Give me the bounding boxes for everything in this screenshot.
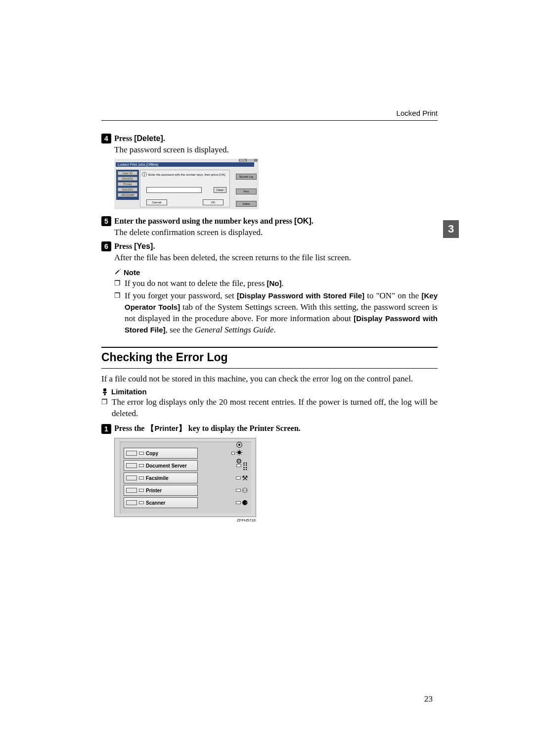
step-number-badge: 4 xyxy=(101,134,111,143)
ss-sidebar: User ID SALES1 Printer SALES1 ABCD### xyxy=(116,170,139,200)
note-item: ❐ If you forget your password, set [Disp… xyxy=(114,290,438,336)
svg-rect-1 xyxy=(103,392,107,393)
ss-tab xyxy=(254,159,258,162)
ss-ok-button: OK xyxy=(203,199,223,205)
step-number-badge: 1 xyxy=(101,424,111,434)
panel-button-label: Copy xyxy=(146,451,158,456)
panel-row: Document Server ⣿ xyxy=(124,460,248,471)
yes-bracket: [Yes] xyxy=(134,242,153,250)
step-title-text: Press the xyxy=(114,424,146,432)
note-text: If you forget your password, set xyxy=(125,291,237,300)
password-screen-figure: PCL Locked Print Jobs (Offline) User ID … xyxy=(114,159,259,209)
note-text: . xyxy=(274,325,276,334)
scanner-button: Scanner xyxy=(124,497,198,508)
step-body: The password screen is displayed. xyxy=(114,144,438,156)
running-header: Locked Print xyxy=(101,109,438,120)
key-slot-icon xyxy=(126,451,137,456)
step-title-text: Press xyxy=(114,242,134,250)
ss-side-button: User ID xyxy=(118,171,137,175)
led-icon xyxy=(139,464,144,467)
led-icon xyxy=(139,452,144,455)
ss-clear-button: Clear xyxy=(214,187,226,193)
step-body: After the file has been deleted, the scr… xyxy=(114,252,438,264)
key-bracket-close: 】 xyxy=(178,424,186,432)
chapter-tab: 3 xyxy=(443,220,459,238)
note-text: , see the xyxy=(166,325,195,334)
ok-bracket: [OK] xyxy=(294,217,312,225)
ss-side-button: SALES1 xyxy=(118,177,137,181)
note-heading: Note xyxy=(114,268,438,277)
limitation-heading: Limitation xyxy=(101,387,438,396)
section-intro: If a file could not be stored in this ma… xyxy=(101,374,438,385)
panel-row: Facsimile ⚒ xyxy=(124,472,248,483)
led-icon xyxy=(139,489,144,492)
step-number-badge: 5 xyxy=(101,216,111,226)
panel-button-label: Scanner xyxy=(146,500,165,506)
note-text: to "ON" on the xyxy=(364,291,422,300)
status-icons: ⣿ xyxy=(231,461,248,471)
status-icons: ⚈ xyxy=(231,498,248,508)
limitation-text: The error log displays only the 20 most … xyxy=(112,397,438,420)
pencil-icon xyxy=(114,268,122,277)
panel-button-label: Facsimile xyxy=(146,475,169,481)
status-icons: ⚒ xyxy=(231,473,248,483)
note-item: ❐ If you do not want to delete the file,… xyxy=(114,278,438,289)
step-title-suffix: . xyxy=(153,242,155,250)
status-icons: ⦿☀⚙ xyxy=(231,448,248,458)
panel-button-label: Printer xyxy=(146,488,162,493)
section-rule-thin xyxy=(101,368,438,369)
step-5: 5 Enter the password using the number ke… xyxy=(101,216,438,238)
note-bullet-icon: ❐ xyxy=(101,397,108,420)
step-title-text: Enter the password using the number keys… xyxy=(114,217,294,225)
panel-button-label: Document Server xyxy=(146,463,187,469)
step-number-badge: 6 xyxy=(101,241,111,251)
no-bracket: [No] xyxy=(267,279,282,287)
step-title: Press [Yes]. xyxy=(114,242,155,251)
svg-point-0 xyxy=(103,388,106,391)
step-1: 1 Press the 【Printer】 key to display the… xyxy=(101,424,438,522)
note-bullet-icon: ❐ xyxy=(114,278,121,289)
ss-side-button: SALES1 xyxy=(118,188,137,191)
led-icon xyxy=(139,501,144,504)
ss-password-input xyxy=(146,187,202,193)
ss-password-modal: ⓘ Enter the password with the number key… xyxy=(140,170,230,207)
ss-side-button: Printer xyxy=(118,182,137,186)
facsimile-button: Facsimile xyxy=(124,472,198,483)
copy-button: Copy xyxy=(124,448,198,459)
svg-rect-2 xyxy=(104,393,106,395)
info-icon: ⓘ xyxy=(142,171,147,178)
section-title: Checking the Error Log xyxy=(101,351,438,364)
step-title-text: Press xyxy=(114,134,134,142)
ss-tab xyxy=(248,159,253,162)
limitation-label: Limitation xyxy=(111,387,147,396)
led-icon xyxy=(139,476,144,479)
ss-right-button: Delete xyxy=(236,201,257,207)
step-title-text: key to display the Printer Screen. xyxy=(186,424,301,432)
key-slot-icon xyxy=(126,463,137,468)
printer-key-label: Printer xyxy=(154,424,178,432)
section-rule-thick xyxy=(101,347,438,348)
settings-guide-italic: General Settings Guide xyxy=(195,325,274,334)
control-panel-figure: Copy ⦿☀⚙ Document Server ⣿ xyxy=(114,438,256,517)
person-icon xyxy=(101,388,108,396)
key-slot-icon xyxy=(126,488,137,493)
display-password-bracket: [Display Password with Stored File] xyxy=(237,291,364,300)
limitation-item: ❐ The error log displays only the 20 mos… xyxy=(101,397,438,420)
step-title: Press [Delete]. xyxy=(114,134,165,143)
note-text: . xyxy=(282,279,284,288)
panel-row: Copy ⦿☀⚙ xyxy=(124,448,248,459)
ss-modal-message: Enter the password with the number keys,… xyxy=(148,173,226,176)
page-number: 23 xyxy=(424,694,433,704)
header-rule xyxy=(101,120,438,121)
key-slot-icon xyxy=(126,500,137,505)
printer-button: Printer xyxy=(124,485,198,496)
panel-row: Printer ⚇ xyxy=(124,485,248,496)
document-server-button: Document Server xyxy=(124,460,198,471)
key-bracket-open: 【 xyxy=(146,424,154,432)
ss-side-button: ABCD### xyxy=(118,193,137,197)
note-bullet-icon: ❐ xyxy=(114,290,121,336)
ss-cancel-button: Cancel xyxy=(146,199,167,205)
key-slot-icon xyxy=(126,475,137,480)
note-label: Note xyxy=(124,268,140,277)
ss-right-button: Spooled Log xyxy=(236,174,257,180)
